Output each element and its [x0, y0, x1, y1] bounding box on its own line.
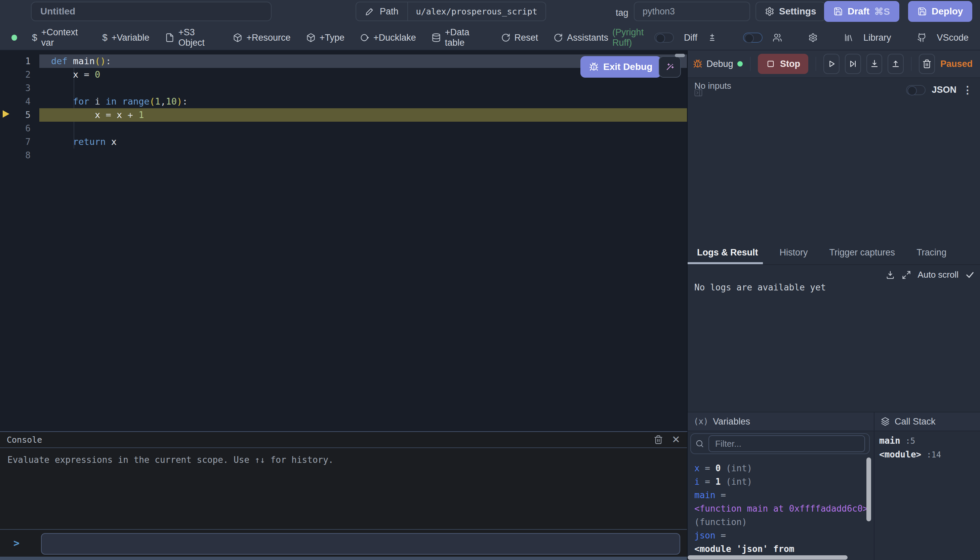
toolbar-right: Diff Library VScode	[654, 33, 968, 43]
variable-row[interactable]: <module 'json' from	[694, 542, 869, 556]
code-line-4[interactable]: 4 for i in range(1,10):	[0, 95, 687, 108]
console-hint: Evaluate expressions in the current scop…	[7, 455, 334, 465]
line-content	[39, 148, 687, 162]
expand-icon[interactable]	[902, 270, 911, 280]
json-toggle[interactable]	[906, 85, 925, 95]
assistants-suffix: (Pyright Ruff)	[612, 27, 654, 48]
search-icon	[695, 439, 704, 448]
code-line-5[interactable]: 5 x = x + 1	[0, 108, 687, 122]
tab-history[interactable]: History	[780, 247, 808, 258]
variables-vertical-scrollbar[interactable]	[867, 457, 871, 521]
line-number[interactable]: 2	[0, 68, 39, 81]
inputs-panel: No inputs JSON ⋮	[687, 79, 980, 241]
line-number[interactable]: 7	[0, 135, 39, 148]
step-out-button[interactable]	[888, 54, 904, 74]
code-line-3[interactable]: 3	[0, 81, 687, 95]
gear-icon[interactable]	[808, 33, 818, 42]
diff-toggle[interactable]	[654, 33, 674, 43]
draft-button[interactable]: Draft ⌘S	[824, 1, 899, 22]
multiplayer-toggle[interactable]	[743, 33, 762, 43]
continue-button[interactable]	[824, 54, 840, 74]
tab-logs-result[interactable]: Logs & Result	[697, 247, 758, 258]
line-content	[39, 81, 687, 95]
kebab-menu-icon[interactable]: ⋮	[963, 85, 973, 95]
toolbar-item-s3-object[interactable]: +S3 Object	[165, 27, 218, 48]
trash-icon[interactable]	[654, 435, 663, 444]
script-title-input[interactable]	[31, 2, 271, 21]
code-line-8[interactable]: 8	[0, 148, 687, 162]
refresh-icon	[554, 33, 563, 42]
line-content: return x	[39, 135, 687, 148]
variables-filter	[690, 433, 870, 454]
step-into-button[interactable]	[867, 54, 882, 74]
users-icon[interactable]	[773, 33, 782, 42]
right-panel: Debug Stop Paused No inputs	[687, 50, 980, 560]
toolbar-item-assistants[interactable]: Assistants(Pyright Ruff)	[554, 27, 654, 48]
plus-minus-icon[interactable]	[707, 33, 717, 42]
variable-row[interactable]: main =	[694, 488, 869, 502]
debug-title: Debug	[693, 59, 743, 69]
variable-row[interactable]: <function main at 0xffffadadd6c0>	[694, 502, 869, 515]
deploy-button[interactable]: Deploy	[908, 1, 972, 22]
close-icon[interactable]: ✕	[672, 435, 680, 445]
code-editor[interactable]: 1def main():2 x = 034 for i in range(1,1…	[0, 50, 687, 431]
line-number[interactable]: 4	[0, 95, 39, 108]
tab-tracing[interactable]: Tracing	[917, 247, 947, 258]
line-number[interactable]: 3	[0, 81, 39, 95]
paused-status: Paused	[940, 59, 975, 69]
toolbar-item-reset[interactable]: Reset	[501, 33, 538, 43]
call-stack-frame[interactable]: <module> :14	[879, 448, 941, 462]
toolbar-item-data-table[interactable]: +Data table	[431, 27, 486, 48]
variable-row[interactable]: i = 1 (int)	[694, 475, 869, 488]
call-stack-list[interactable]: main :5<module> :14	[879, 434, 941, 462]
step-over-button[interactable]	[845, 54, 861, 74]
exit-debug-button[interactable]: Exit Debug	[581, 56, 661, 78]
variables-list[interactable]: x = 0 (int)i = 1 (int)main =<function ma…	[694, 462, 869, 556]
console-actions: ✕	[654, 435, 680, 445]
step-over-icon	[848, 59, 858, 68]
stop-button[interactable]: Stop	[758, 54, 808, 74]
variable-row[interactable]: x = 0 (int)	[694, 462, 869, 475]
variable-row[interactable]: (function)	[694, 515, 869, 529]
clear-button[interactable]	[919, 54, 935, 74]
vscode-button[interactable]: VScode	[937, 33, 968, 43]
line-number[interactable]: 8	[0, 148, 39, 162]
toolbar-item-context-var[interactable]: $+Context var	[32, 27, 87, 48]
autoscroll-label: Auto scroll	[918, 270, 958, 280]
step-out-icon	[891, 59, 900, 68]
step-into-icon	[870, 59, 879, 68]
variable-row[interactable]: json =	[694, 529, 869, 542]
library-button[interactable]: Library	[864, 33, 891, 43]
top-bar: Path u/alex/prosperous_script tag Settin…	[0, 0, 980, 25]
check-icon[interactable]	[965, 270, 975, 280]
logs-tools: Auto scroll	[885, 270, 975, 280]
call-stack-frame[interactable]: main :5	[879, 434, 941, 448]
settings-button[interactable]: Settings	[755, 2, 825, 21]
line-number[interactable]: 1	[0, 55, 39, 68]
download-logs-icon[interactable]	[885, 270, 895, 280]
draft-shortcut: ⌘S	[874, 6, 890, 17]
tab-trigger-captures[interactable]: Trigger captures	[829, 247, 895, 258]
ai-wand-button[interactable]	[659, 56, 681, 78]
divider	[750, 57, 750, 71]
toolbar-item-variable[interactable]: $+Variable	[102, 32, 149, 43]
layers-icon	[880, 417, 890, 426]
code-line-7[interactable]: 7 return x	[0, 135, 687, 148]
variables-filter-input[interactable]	[709, 435, 865, 452]
toolbar-item-type[interactable]: +Type	[306, 33, 344, 43]
bug-icon	[693, 59, 702, 68]
line-number[interactable]: 6	[0, 122, 39, 135]
script-path-value[interactable]: u/alex/prosperous_script	[407, 2, 546, 20]
path-label: Path	[380, 7, 399, 17]
tag-input[interactable]	[634, 2, 750, 21]
edit-path-button[interactable]: Path	[356, 2, 407, 20]
console-input[interactable]	[41, 533, 680, 555]
toolbar-item-resource[interactable]: +Resource	[233, 33, 290, 43]
tag-label: tag	[616, 0, 629, 25]
logs-empty-text: No logs are available yet	[694, 282, 826, 292]
code-line-6[interactable]: 6	[0, 122, 687, 135]
editor-scrollbar-thumb[interactable]	[675, 54, 685, 57]
gear-icon	[765, 7, 774, 16]
variables-horizontal-scrollbar[interactable]	[687, 555, 848, 560]
toolbar-item-ducklake[interactable]: +Ducklake	[360, 33, 416, 43]
